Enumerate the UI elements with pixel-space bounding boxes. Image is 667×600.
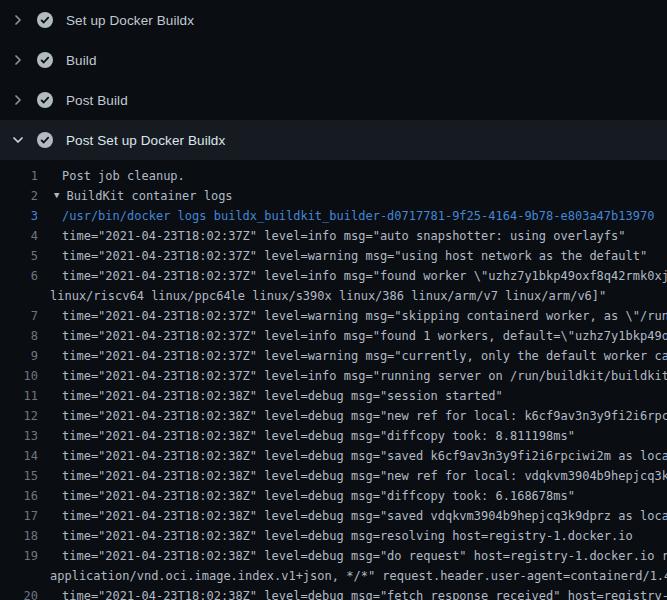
- line-number[interactable]: 18: [0, 526, 38, 546]
- log-line: 20time="2021-04-23T18:02:38Z" level=debu…: [0, 586, 667, 600]
- log-text: time="2021-04-23T18:02:37Z" level=info m…: [62, 326, 667, 346]
- log-line: 11time="2021-04-23T18:02:38Z" level=debu…: [0, 386, 667, 406]
- log-text: time="2021-04-23T18:02:38Z" level=debug …: [62, 426, 575, 446]
- log-line: 1Post job cleanup.: [0, 166, 667, 186]
- check-circle-icon: [36, 131, 54, 149]
- line-number[interactable]: 13: [0, 426, 38, 446]
- log-line: 8time="2021-04-23T18:02:37Z" level=info …: [0, 326, 667, 346]
- log-line: 7time="2021-04-23T18:02:37Z" level=warni…: [0, 306, 667, 326]
- check-circle-icon: [36, 51, 54, 69]
- log-text: time="2021-04-23T18:02:37Z" level=warnin…: [62, 306, 667, 326]
- log-line: 10time="2021-04-23T18:02:37Z" level=info…: [0, 366, 667, 386]
- line-number[interactable]: 12: [0, 406, 38, 426]
- line-number[interactable]: 8: [0, 326, 38, 346]
- log-line-continuation: application/vnd.oci.image.index.v1+json,…: [0, 566, 667, 586]
- step-list: Set up Docker BuildxBuildPost BuildPost …: [0, 0, 667, 160]
- log-text: time="2021-04-23T18:02:38Z" level=debug …: [62, 586, 667, 600]
- log-body: 1Post job cleanup.2▼BuildKit container l…: [0, 160, 667, 600]
- log-text: time="2021-04-23T18:02:38Z" level=debug …: [62, 466, 667, 486]
- log-line: 5time="2021-04-23T18:02:37Z" level=warni…: [0, 246, 667, 266]
- log-text: time="2021-04-23T18:02:37Z" level=warnin…: [62, 246, 647, 266]
- actions-log-viewer: Set up Docker BuildxBuildPost BuildPost …: [0, 0, 667, 600]
- log-line: 13time="2021-04-23T18:02:38Z" level=debu…: [0, 426, 667, 446]
- step-header-build[interactable]: Build: [0, 40, 667, 80]
- log-text: time="2021-04-23T18:02:37Z" level=info m…: [62, 226, 626, 246]
- log-line: 17time="2021-04-23T18:02:38Z" level=debu…: [0, 506, 667, 526]
- log-text: time="2021-04-23T18:02:38Z" level=debug …: [62, 406, 667, 426]
- line-number[interactable]: 19: [0, 546, 38, 566]
- line-number[interactable]: 1: [0, 166, 38, 186]
- step-title: Build: [66, 53, 97, 68]
- line-number[interactable]: 6: [0, 266, 38, 286]
- log-line: 18time="2021-04-23T18:02:38Z" level=debu…: [0, 526, 667, 546]
- log-text: time="2021-04-23T18:02:38Z" level=debug …: [62, 446, 667, 466]
- line-number[interactable]: 11: [0, 386, 38, 406]
- log-line: 14time="2021-04-23T18:02:38Z" level=debu…: [0, 446, 667, 466]
- log-text: linux/riscv64 linux/ppc64le linux/s390x …: [50, 286, 606, 306]
- log-text: time="2021-04-23T18:02:37Z" level=info m…: [62, 366, 667, 386]
- log-line: 2▼BuildKit container logs: [0, 186, 667, 206]
- log-text: time="2021-04-23T18:02:38Z" level=debug …: [62, 386, 503, 406]
- line-number[interactable]: 9: [0, 346, 38, 366]
- line-number[interactable]: 7: [0, 306, 38, 326]
- step-header-set-up-docker-buildx[interactable]: Set up Docker Buildx: [0, 0, 667, 40]
- line-number[interactable]: 16: [0, 486, 38, 506]
- step-header-post-build[interactable]: Post Build: [0, 80, 667, 120]
- log-line: 3/usr/bin/docker logs buildx_buildkit_bu…: [0, 206, 667, 226]
- check-circle-icon: [36, 91, 54, 109]
- log-text: /usr/bin/docker logs buildx_buildkit_bui…: [62, 206, 654, 226]
- log-text: time="2021-04-23T18:02:38Z" level=debug …: [62, 526, 633, 546]
- chevron-right-icon[interactable]: [10, 12, 26, 28]
- log-line: 15time="2021-04-23T18:02:38Z" level=debu…: [0, 466, 667, 486]
- log-line: 12time="2021-04-23T18:02:38Z" level=debu…: [0, 406, 667, 426]
- log-line-continuation: linux/riscv64 linux/ppc64le linux/s390x …: [0, 286, 667, 306]
- triangle-down-icon[interactable]: ▼: [54, 186, 66, 205]
- line-number[interactable]: 14: [0, 446, 38, 466]
- step-header-post-set-up-docker-buildx[interactable]: Post Set up Docker Buildx: [0, 120, 667, 160]
- step-title: Set up Docker Buildx: [66, 13, 194, 28]
- chevron-right-icon[interactable]: [10, 92, 26, 108]
- line-number: [0, 286, 38, 306]
- log-text[interactable]: BuildKit container logs: [66, 186, 232, 206]
- log-text: time="2021-04-23T18:02:37Z" level=info m…: [62, 266, 667, 286]
- log-text: Post job cleanup.: [62, 166, 185, 186]
- line-number[interactable]: 5: [0, 246, 38, 266]
- step-title: Post Set up Docker Buildx: [66, 133, 225, 148]
- log-line: 16time="2021-04-23T18:02:38Z" level=debu…: [0, 486, 667, 506]
- log-text: time="2021-04-23T18:02:38Z" level=debug …: [62, 506, 667, 526]
- log-text: time="2021-04-23T18:02:37Z" level=warnin…: [62, 346, 667, 366]
- log-line: 4time="2021-04-23T18:02:37Z" level=info …: [0, 226, 667, 246]
- line-number: [0, 566, 38, 586]
- log-line: 9time="2021-04-23T18:02:37Z" level=warni…: [0, 346, 667, 366]
- line-number[interactable]: 17: [0, 506, 38, 526]
- line-number[interactable]: 15: [0, 466, 38, 486]
- log-text: time="2021-04-23T18:02:38Z" level=debug …: [62, 546, 667, 566]
- log-text: application/vnd.oci.image.index.v1+json,…: [50, 566, 667, 586]
- line-number[interactable]: 4: [0, 226, 38, 246]
- line-number[interactable]: 20: [0, 586, 38, 600]
- log-line: 6time="2021-04-23T18:02:37Z" level=info …: [0, 266, 667, 286]
- line-number[interactable]: 3: [0, 206, 38, 226]
- log-text: time="2021-04-23T18:02:38Z" level=debug …: [62, 486, 575, 506]
- log-line: 19time="2021-04-23T18:02:38Z" level=debu…: [0, 546, 667, 566]
- line-number[interactable]: 10: [0, 366, 38, 386]
- check-circle-icon: [36, 11, 54, 29]
- line-number[interactable]: 2: [0, 186, 38, 206]
- step-title: Post Build: [66, 93, 128, 108]
- chevron-down-icon[interactable]: [10, 132, 26, 148]
- chevron-right-icon[interactable]: [10, 52, 26, 68]
